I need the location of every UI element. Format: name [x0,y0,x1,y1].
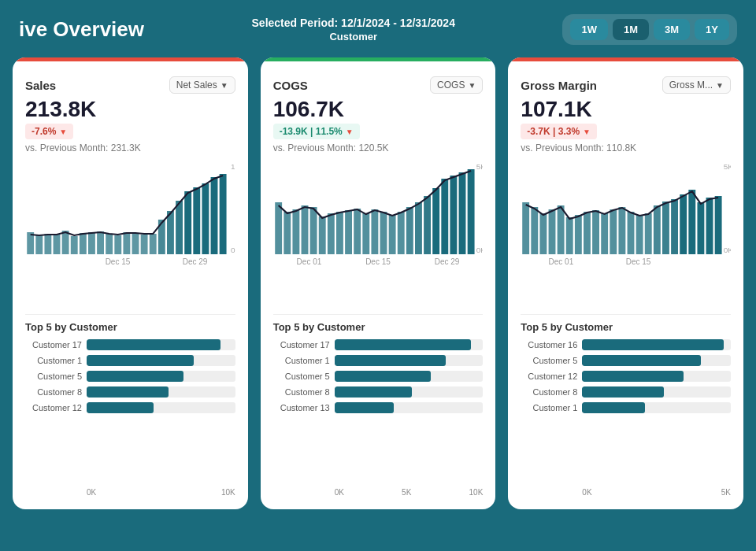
bar-label: Customer 17 [273,340,330,349]
svg-rect-17 [176,201,183,254]
svg-rect-62 [628,212,635,254]
chevron-down-icon: ▼ [468,81,476,90]
svg-rect-35 [362,213,369,254]
arrow-down-icon: ▼ [59,128,67,136]
svg-rect-16 [167,211,174,254]
period-btn-1y[interactable]: 1Y [695,19,729,40]
selected-period: Selected Period: 12/1/2024 - 12/31/2024 [252,17,455,29]
bar-label: Customer 8 [273,387,330,397]
bar-row-cogs-1: Customer 17 [273,339,484,350]
bar-label: Customer 5 [521,356,577,365]
card-top-bar-cogs [261,57,496,61]
svg-rect-61 [619,207,626,254]
svg-rect-38 [388,215,395,254]
svg-rect-56 [575,215,582,254]
x-labels-sales: Dec 15 Dec 29 [25,257,235,266]
bar-row-cogs-2: Customer 1 [273,355,484,366]
bar-fill [335,402,394,413]
svg-rect-72 [715,196,722,254]
bar-fill [87,339,220,350]
value-gross-margin: 107.1K [521,97,731,122]
bar-track [582,402,731,413]
svg-rect-39 [397,212,404,254]
bar-fill [335,355,447,366]
bar-track [87,371,235,382]
bar-label: Customer 5 [273,372,330,381]
chevron-down-icon: ▼ [220,81,228,90]
dropdown-cogs[interactable]: COGS ▼ [430,76,483,94]
svg-rect-31 [328,213,335,254]
divider-sales [25,314,235,315]
bar-track [582,371,731,382]
prev-month-cogs: vs. Previous Month: 120.5K [273,142,484,153]
svg-rect-41 [415,202,422,254]
value-sales: 213.8K [25,97,235,122]
svg-rect-45 [450,176,457,254]
bar-fill [335,339,472,350]
bar-fill [87,371,183,382]
bar-list-cogs: Customer 17 Customer 1 Customer 5 Custom… [273,339,484,487]
dropdown-net-sales[interactable]: Net Sales ▼ [169,76,235,94]
period-btn-3m[interactable]: 3M [654,19,690,40]
change-badge-cogs: -13.9K | 11.5% ▼ [273,124,360,139]
bar-track [87,355,235,366]
svg-rect-8 [97,231,104,254]
svg-rect-1 [35,235,43,254]
bar-label: Customer 1 [25,356,82,365]
bar-fill [582,355,701,366]
chart-sales: 10K 0K Dec 15 Dec 29 [25,160,235,308]
svg-rect-22 [220,174,227,254]
svg-rect-54 [558,205,565,254]
svg-rect-47 [467,169,474,254]
svg-rect-11 [123,232,130,254]
bar-row-sales-1: Customer 17 [25,339,235,350]
top5-title-sales: Top 5 by Customer [25,321,235,333]
chart-cogs: 5K 0K Dec 01 Dec 15 Dec 29 [273,160,484,308]
axis-labels-cogs: 0K 5K 10K [273,488,484,497]
bar-chart-cogs: 5K 0K [273,160,484,254]
bar-chart-sales: 10K 0K [25,160,235,254]
bar-row-gm-3: Customer 12 [521,371,731,382]
bar-row-gm-4: Customer 8 [521,386,731,398]
bar-fill [582,386,664,398]
svg-text:0K: 0K [724,246,731,253]
dropdown-gross-margin[interactable]: Gross M... ▼ [662,76,731,94]
x-labels-cogs: Dec 01 Dec 15 Dec 29 [273,257,484,266]
bar-track [335,355,484,366]
svg-rect-66 [662,202,669,254]
svg-rect-27 [292,209,299,254]
svg-rect-50 [523,202,530,254]
bar-fill [582,402,644,413]
axis-labels-gross-margin: 0K 5K [521,488,731,497]
svg-rect-5 [71,236,78,254]
svg-rect-58 [592,210,599,254]
bar-fill [87,355,194,366]
bar-label: Customer 1 [521,403,577,412]
top5-title-gross-margin: Top 5 by Customer [521,321,731,333]
svg-rect-3 [54,235,61,254]
card-top-bar-sales [13,57,248,61]
period-btn-1w[interactable]: 1W [570,19,608,40]
arrow-down-icon: ▼ [346,128,354,136]
bar-row-sales-2: Customer 1 [25,355,235,366]
arrow-down-icon: ▼ [583,128,591,136]
top5-title-cogs: Top 5 by Customer [273,321,484,333]
svg-rect-64 [645,213,652,254]
period-button-group: 1W 1M 3M 1Y [562,14,737,45]
svg-rect-2 [44,234,51,254]
bar-label: Customer 8 [521,387,577,397]
page-title: ive Overview [19,17,144,42]
period-btn-1m[interactable]: 1M [613,19,649,40]
bar-track [335,371,484,382]
svg-rect-9 [106,234,113,254]
svg-rect-33 [345,210,352,254]
svg-rect-60 [610,209,617,254]
bar-row-cogs-5: Customer 13 [273,402,484,413]
svg-rect-21 [211,177,218,254]
svg-rect-46 [458,172,465,254]
bar-fill [87,386,169,398]
bar-fill [335,371,432,382]
card-net-sales: Sales Net Sales ▼ 213.8K -7.6% ▼ vs. Pre… [13,57,248,509]
bar-label: Customer 13 [273,403,330,412]
prev-month-sales: vs. Previous Month: 231.3K [25,142,235,153]
